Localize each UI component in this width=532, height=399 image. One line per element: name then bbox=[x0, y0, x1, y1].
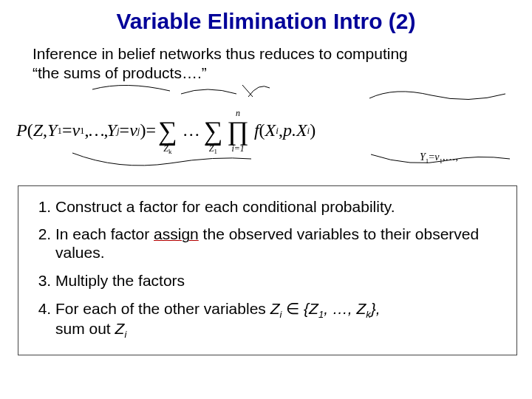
steps-box: Construct a factor for each conditional … bbox=[18, 185, 517, 355]
equation: P(Z,Y1 = v1,…,Yj = vj) = ∑ Zk … ∑ Z1 n ∏… bbox=[16, 109, 316, 153]
side-constraint: Y1=v1,…, bbox=[420, 151, 458, 165]
equation-block: P(Z,Y1 = v1,…,Yj = vj) = ∑ Zk … ∑ Z1 n ∏… bbox=[15, 83, 517, 185]
annotation-curve-top bbox=[89, 83, 273, 106]
product: n ∏ i=1 bbox=[227, 109, 249, 153]
sum-z1: ∑ Z1 bbox=[204, 109, 223, 153]
intro-text: Inference in belief networks thus reduce… bbox=[0, 41, 532, 83]
step-1: Construct a factor for each conditional … bbox=[55, 194, 506, 222]
annotation-curve-bottom-left bbox=[66, 150, 259, 174]
step-2: In each factor assign the observed varia… bbox=[55, 221, 506, 267]
annotation-curve-top-right bbox=[365, 86, 513, 109]
sum-zk: ∑ Zk bbox=[158, 109, 177, 153]
step-3: Multiply the factors bbox=[55, 267, 506, 296]
quote-body: the sums of products…. bbox=[38, 64, 202, 81]
steps-list: Construct a factor for each conditional … bbox=[18, 186, 516, 355]
quote-open: “ bbox=[33, 64, 38, 81]
slide-title: Variable Elimination Intro (2) bbox=[0, 0, 532, 41]
quote-close: ” bbox=[202, 64, 207, 81]
intro-line1: Inference in belief networks thus reduce… bbox=[33, 45, 408, 62]
step-4: For each of the other variables Zi ∈ {Z1… bbox=[55, 296, 506, 346]
